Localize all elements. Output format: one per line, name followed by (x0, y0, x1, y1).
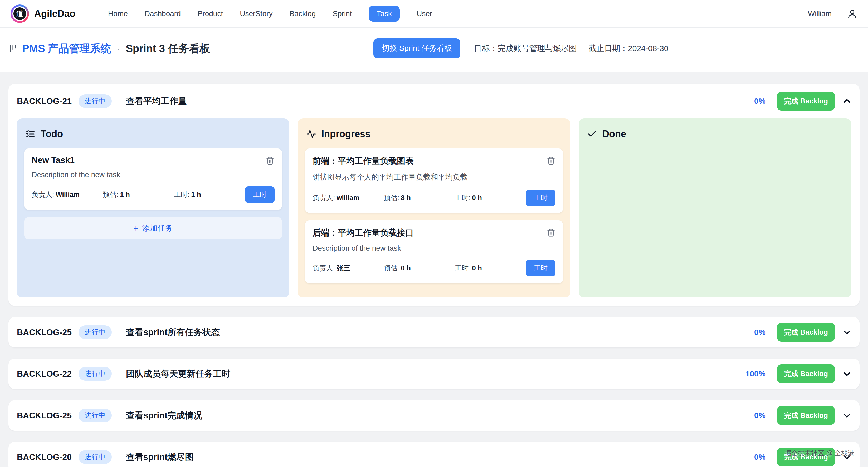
backlog-card-collapsed: BACKLOG-25 进行中 查看sprint完成情况 0% 完成 Backlo… (8, 400, 860, 431)
task-title: 后端：平均工作量负载接口 (312, 227, 414, 239)
backlog-title: 查看sprint所有任务状态 (126, 326, 220, 338)
log-hours-button[interactable]: 工时 (526, 260, 556, 276)
plus-icon: + (133, 224, 138, 233)
nav-product[interactable]: Product (198, 9, 223, 18)
user-profile-icon[interactable] (847, 8, 858, 19)
progress-percent: 100% (745, 369, 766, 378)
nav-sprint[interactable]: Sprint (333, 9, 352, 18)
backlog-row-header[interactable]: BACKLOG-25 进行中 查看sprint所有任务状态 0% 完成 Back… (17, 323, 851, 342)
page-title: Sprint 3 任务看板 (126, 41, 210, 56)
complete-backlog-button[interactable]: 完成 Backlog (777, 92, 835, 110)
task-description: Description of the new task (312, 244, 556, 253)
backlog-card-collapsed: BACKLOG-25 进行中 查看sprint所有任务状态 0% 完成 Back… (8, 317, 860, 347)
navbar: 道 AgileDao Home Dashboard Product UserSt… (0, 0, 868, 28)
column-title: Todo (40, 129, 63, 139)
complete-backlog-button[interactable]: 完成 Backlog (777, 364, 835, 383)
task-estimate: 预估:1 h (103, 190, 174, 199)
task-assignee: 负责人:William (32, 190, 103, 199)
nav-home[interactable]: Home (108, 9, 128, 18)
backlog-id: BACKLOG-20 (17, 452, 72, 462)
delete-task-icon[interactable] (547, 227, 556, 237)
chevron-down-icon[interactable] (843, 411, 851, 420)
task-hours: 工时:1 h (174, 190, 245, 199)
backlog-id: BACKLOG-25 (17, 411, 72, 421)
status-badge: 进行中 (79, 94, 112, 108)
nav-task[interactable]: Task (369, 6, 400, 22)
backlog-list: BACKLOG-21 进行中 查看平均工作量 0% 完成 Backlog Tod… (0, 72, 868, 467)
backlog-row-header[interactable]: BACKLOG-20 进行中 查看sprint燃尽图 0% 完成 Backlog (17, 447, 851, 466)
backlog-card-collapsed: BACKLOG-20 进行中 查看sprint燃尽图 0% 完成 Backlog (8, 442, 860, 467)
status-badge: 进行中 (79, 450, 112, 464)
column-done-header: Done (587, 129, 843, 139)
brand-logo[interactable]: 道 (10, 4, 29, 23)
complete-backlog-button[interactable]: 完成 Backlog (777, 406, 835, 425)
brand-logo-glyph: 道 (12, 6, 27, 21)
backlog-row-header[interactable]: BACKLOG-22 进行中 团队成员每天更新任务工时 100% 完成 Back… (17, 364, 851, 383)
backlog-id: BACKLOG-21 (17, 96, 72, 106)
backlog-title: 团队成员每天更新任务工时 (126, 368, 230, 380)
task-title: New Task1 (32, 155, 74, 165)
status-badge: 进行中 (79, 408, 112, 422)
sprint-deadline: 截止日期：2024-08-30 (588, 43, 668, 54)
task-estimate: 预估:0 h (384, 264, 455, 273)
progress-percent: 0% (754, 411, 766, 420)
backlog-card-expanded: BACKLOG-21 进行中 查看平均工作量 0% 完成 Backlog Tod… (8, 84, 860, 306)
task-description: 饼状图显示每个人的平均工作量负载和平均负载 (312, 172, 556, 182)
task-title: 前端：平均工作量负载图表 (312, 155, 414, 167)
delete-task-icon[interactable] (266, 155, 275, 165)
column-done: Done (579, 119, 851, 297)
chevron-up-icon[interactable] (843, 97, 851, 105)
column-title: Done (602, 129, 626, 139)
delete-task-icon[interactable] (547, 155, 556, 165)
task-card[interactable]: New Task1 Description of the new task 负责… (24, 148, 282, 210)
complete-backlog-button[interactable]: 完成 Backlog (777, 323, 835, 342)
task-assignee: 负责人:张三 (312, 264, 384, 273)
log-hours-button[interactable]: 工时 (245, 187, 275, 203)
add-task-button[interactable]: + 添加任务 (24, 217, 282, 239)
breadcrumb-separator: · (117, 43, 120, 54)
status-badge: 进行中 (79, 367, 112, 381)
column-title: Inprogress (321, 129, 371, 139)
nav-backlog[interactable]: Backlog (289, 9, 316, 18)
nav-userstory[interactable]: UserStory (240, 9, 273, 18)
nav-user-area: William (808, 8, 858, 19)
sprint-goal: 目标：完成账号管理与燃尽图 (474, 43, 577, 54)
user-name: William (808, 9, 832, 18)
progress-percent: 0% (754, 453, 766, 462)
backlog-id: BACKLOG-22 (17, 369, 72, 379)
activity-icon (306, 129, 316, 139)
column-todo-header: Todo (25, 129, 281, 139)
kanban-board: Todo New Task1 Description of the new ta… (17, 119, 851, 297)
project-link[interactable]: PMS 产品管理系统 (22, 41, 111, 56)
chevron-down-icon[interactable] (843, 328, 851, 336)
column-inprogress-header: Inprogress (306, 129, 562, 139)
todo-list-icon (25, 129, 35, 139)
nav-user[interactable]: User (416, 9, 432, 18)
task-description: Description of the new task (32, 171, 275, 179)
kanban-board-icon (8, 44, 18, 53)
backlog-row-header[interactable]: BACKLOG-21 进行中 查看平均工作量 0% 完成 Backlog (17, 92, 851, 110)
task-estimate: 预估:8 h (384, 193, 455, 202)
page-header: PMS 产品管理系统 · Sprint 3 任务看板 切换 Sprint 任务看… (0, 28, 868, 72)
backlog-title: 查看平均工作量 (126, 95, 187, 107)
backlog-id: BACKLOG-25 (17, 328, 72, 337)
task-assignee: 负责人:william (312, 193, 384, 202)
task-card[interactable]: 前端：平均工作量负载图表 饼状图显示每个人的平均工作量负载和平均负载 负责人:w… (305, 148, 563, 213)
backlog-title: 查看sprint完成情况 (126, 410, 203, 422)
log-hours-button[interactable]: 工时 (526, 190, 556, 206)
chevron-down-icon[interactable] (843, 370, 851, 378)
nav-links: Home Dashboard Product UserStory Backlog… (108, 6, 432, 22)
task-card[interactable]: 后端：平均工作量负载接口 Description of the new task… (305, 220, 563, 283)
task-hours: 工时:0 h (455, 264, 526, 273)
column-inprogress: Inprogress 前端：平均工作量负载图表 饼状图显示每个人的平均工作量负载… (298, 119, 570, 297)
progress-percent: 0% (754, 97, 766, 106)
check-icon (587, 129, 597, 139)
watermark: 掘金技术社区 @ 全栈港 (785, 449, 854, 458)
column-todo: Todo New Task1 Description of the new ta… (17, 119, 289, 297)
backlog-card-collapsed: BACKLOG-22 进行中 团队成员每天更新任务工时 100% 完成 Back… (8, 359, 860, 389)
nav-dashboard[interactable]: Dashboard (145, 9, 181, 18)
backlog-row-header[interactable]: BACKLOG-25 进行中 查看sprint完成情况 0% 完成 Backlo… (17, 406, 851, 425)
switch-sprint-board-button[interactable]: 切换 Sprint 任务看板 (373, 38, 460, 59)
progress-percent: 0% (754, 328, 766, 337)
task-hours: 工时:0 h (455, 193, 526, 202)
